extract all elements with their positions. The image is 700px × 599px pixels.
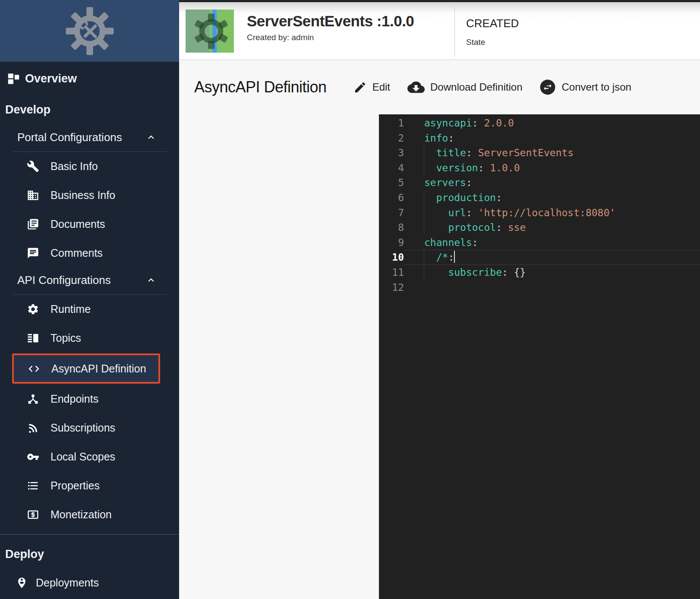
edit-button[interactable]: Edit [353, 81, 390, 94]
building-icon [27, 189, 39, 202]
app-root: OverviewDevelopPortal ConfigurationsBasi… [0, 0, 700, 599]
pencil-icon [353, 81, 367, 94]
code-line-content: channels: [404, 235, 700, 250]
sidebar-item-label: Deployments [36, 577, 99, 589]
sidebar-item-comments[interactable]: Comments [0, 239, 179, 268]
indent-guide [424, 161, 424, 176]
topics-icon [27, 332, 39, 344]
line-number: 3 [379, 145, 404, 161]
code-line: 5servers: [379, 175, 700, 190]
line-number: 9 [379, 235, 404, 250]
sidebar-item-topics[interactable]: Topics [0, 324, 179, 353]
sidebar-item-local-scopes[interactable]: Local Scopes [0, 442, 179, 471]
sidebar-nav: OverviewDevelopPortal ConfigurationsBasi… [0, 62, 179, 596]
code-line: 2info: [379, 131, 700, 146]
convert-to-json-button[interactable]: Convert to json [539, 79, 631, 95]
sidebar-section-develop: Develop [0, 95, 179, 125]
code-line-content: servers: [404, 175, 700, 190]
line-number: 1 [379, 116, 404, 131]
sidebar-item-asyncapi-definition[interactable]: AsyncAPI Definition [14, 355, 158, 382]
code-line-content: protocol: sse [404, 220, 700, 235]
gear-icon [27, 303, 39, 315]
sidebar-item-runtime[interactable]: Runtime [0, 295, 179, 324]
sidebar-section-deploy: Deploy [0, 539, 179, 569]
code-line-content: url: 'http://localhost:8080' [404, 205, 700, 221]
sidebar-item-label: AsyncAPI Definition [51, 363, 146, 375]
sidebar-item-properties[interactable]: Properties [0, 471, 179, 500]
code-line: 9channels: [379, 235, 700, 250]
main-content: ServerSentEvents :1.0.0 Created by: admi… [179, 0, 700, 599]
sidebar-group-api-configurations[interactable]: API Configurations [0, 268, 179, 293]
sidebar-item-label: Local Scopes [50, 451, 115, 463]
api-title: ServerSentEvents :1.0.0 [247, 13, 414, 30]
sidebar-item-overview[interactable]: Overview [0, 67, 179, 90]
created-by: Created by: admin [247, 33, 414, 42]
api-gear-icon [191, 11, 231, 51]
code-editor[interactable]: 1asyncapi: 2.0.02info:3 title: ServerSen… [379, 114, 700, 599]
code-line: 1asyncapi: 2.0.0 [379, 116, 700, 131]
code-line-content: version: 1.0.0 [404, 161, 700, 176]
line-number: 8 [379, 220, 404, 235]
sidebar-item-documents[interactable]: Documents [0, 210, 179, 239]
code-line: 11 subscribe: {} [379, 265, 700, 280]
sidebar-group-portal-configurations[interactable]: Portal Configurations [0, 125, 179, 150]
code-line-content: asyncapi: 2.0.0 [404, 116, 700, 131]
cloud-download-icon [407, 79, 425, 96]
convert-arrows-icon [539, 79, 556, 95]
sidebar-item-business-info[interactable]: Business Info [0, 181, 179, 210]
code-line: 3 title: ServerSentEvents [379, 145, 700, 161]
indent-guide [424, 265, 424, 280]
api-icon [186, 9, 234, 53]
indent-guide [424, 145, 424, 161]
sidebar-item-endpoints[interactable]: Endpoints [0, 385, 179, 413]
sidebar-item-basic-info[interactable]: Basic Info [0, 152, 179, 181]
code-line: 7 url: 'http://localhost:8080' [379, 205, 700, 221]
code-icon [28, 363, 40, 375]
line-number: 6 [379, 190, 404, 205]
documents-icon [27, 218, 39, 230]
sidebar-group-label: API Configurations [17, 274, 111, 287]
sidebar-group-label: Portal Configurations [17, 131, 122, 144]
state-value: CREATED [466, 17, 519, 30]
dollar-icon [27, 508, 39, 521]
sidebar-item-label: Subscriptions [50, 422, 115, 434]
app-logo [0, 0, 179, 62]
sidebar-selected-highlight: AsyncAPI Definition [12, 353, 160, 384]
line-number: 10 [379, 250, 404, 265]
code-line-content: /*: [404, 250, 700, 265]
download-definition-button[interactable]: Download Definition [407, 79, 522, 96]
code-line: 12 [379, 280, 700, 295]
endpoints-icon [27, 393, 39, 405]
code-line: 6 production: [379, 190, 700, 205]
indent-guide [424, 220, 424, 235]
line-number: 5 [379, 175, 404, 190]
chevron-up-icon [145, 274, 157, 286]
sidebar-item-monetization[interactable]: Monetization [0, 500, 179, 529]
code-line-content: title: ServerSentEvents [404, 145, 700, 161]
line-number: 4 [379, 161, 404, 176]
sidebar-item-label: Business Info [50, 189, 115, 202]
code-line: 8 protocol: sse [379, 220, 700, 235]
dashboard-icon [7, 73, 20, 85]
code-line-content [404, 280, 700, 295]
toolbar: AsyncAPI Definition Edit Download Defini… [179, 60, 700, 114]
line-number: 7 [379, 205, 404, 221]
sidebar: OverviewDevelopPortal ConfigurationsBasi… [0, 0, 179, 599]
page-title: AsyncAPI Definition [194, 78, 327, 96]
sidebar-item-subscriptions[interactable]: Subscriptions [0, 413, 179, 442]
state-label: State [466, 38, 519, 47]
sidebar-item-label: Basic Info [50, 160, 98, 173]
indent-guide [424, 190, 424, 205]
code-line-content: subscribe: {} [404, 265, 700, 280]
map-pin-icon [16, 577, 28, 589]
sidebar-item-label: Endpoints [50, 393, 98, 405]
api-header: ServerSentEvents :1.0.0 Created by: admi… [179, 2, 700, 60]
sidebar-item-label: Monetization [50, 508, 112, 521]
sidebar-item-label: Overview [25, 72, 77, 85]
sidebar-item-label: Properties [50, 479, 100, 492]
sidebar-item-label: Comments [50, 247, 103, 259]
indent-guide [424, 205, 424, 221]
chevron-up-icon [145, 132, 157, 143]
convert-button-label: Convert to json [561, 81, 631, 93]
sidebar-item-deployments[interactable]: Deployments [0, 569, 179, 596]
